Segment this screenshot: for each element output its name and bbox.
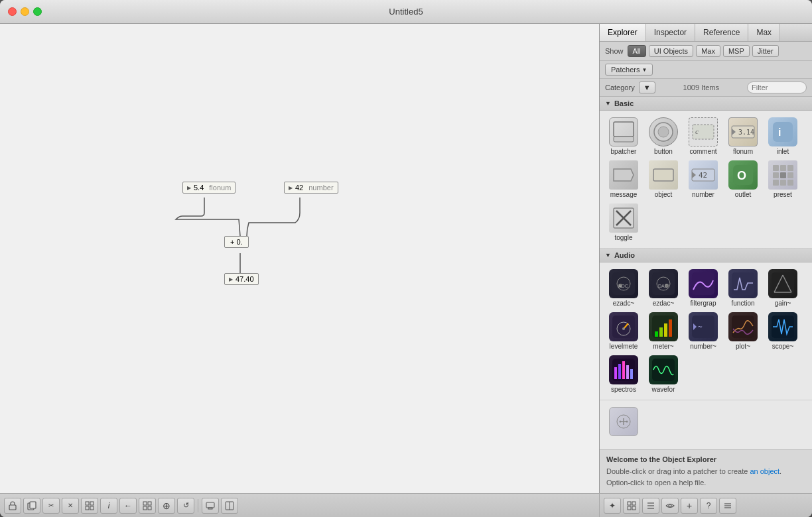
number-icon: 42: [689, 160, 718, 190]
object-scope[interactable]: scope~: [764, 311, 801, 351]
minimize-button[interactable]: [21, 7, 29, 16]
objects-list[interactable]: ▼ Basic bpatcher: [600, 97, 812, 449]
delete-button[interactable]: ✕: [62, 498, 79, 514]
show-bar: Show All UI Objects Max MSP Jitter: [600, 42, 812, 61]
info-button[interactable]: i: [100, 498, 117, 514]
plus-object[interactable]: + 0.: [224, 236, 249, 248]
plot-name: plot~: [736, 343, 750, 350]
canvas-area[interactable]: ▶ 5.4 flonum ▶ 42 number + 0. ▶ 47.40: [0, 24, 600, 493]
menu-icon: [723, 501, 732, 510]
inlet-svg: i: [770, 119, 795, 144]
tab-max[interactable]: Max: [748, 24, 780, 41]
numbertilde-name: number~: [690, 343, 716, 350]
svg-rect-73: [90, 502, 94, 505]
object-extra[interactable]: [605, 406, 642, 439]
close-button[interactable]: [8, 7, 17, 16]
object-numbertilde[interactable]: ~ number~: [685, 311, 722, 351]
copy-button[interactable]: [23, 498, 40, 514]
object-plot[interactable]: plot~: [724, 311, 762, 351]
list-button[interactable]: [642, 498, 659, 514]
maximize-button[interactable]: [33, 7, 42, 16]
svg-rect-61: [626, 365, 629, 379]
outlet-icon: O: [728, 160, 758, 190]
category-label: Category: [605, 84, 635, 91]
svg-text:ADC: ADC: [618, 284, 628, 288]
show-btn-jitter[interactable]: Jitter: [752, 45, 779, 57]
show-btn-all[interactable]: All: [628, 45, 646, 57]
object-number[interactable]: 42 number: [685, 159, 722, 200]
flonum-inlet: ▶: [187, 185, 191, 191]
filtergrap-icon: [689, 269, 718, 298]
split-button[interactable]: [221, 498, 238, 514]
object-ezdac[interactable]: DAC ezdac~: [645, 268, 682, 308]
menu-button[interactable]: [719, 498, 736, 514]
object-bpatcher[interactable]: bpatcher: [605, 116, 642, 156]
patchers-button[interactable]: Patchers ▼: [605, 64, 653, 76]
lock-button[interactable]: [4, 498, 21, 514]
object-preset[interactable]: preset: [764, 159, 801, 200]
basic-header[interactable]: ▼ Basic: [600, 97, 812, 111]
audio-header[interactable]: ▼ Audio: [600, 249, 812, 262]
svg-text:DAC: DAC: [658, 284, 668, 288]
svg-rect-78: [143, 506, 147, 510]
object-button[interactable]: button: [645, 116, 682, 156]
object-object[interactable]: object: [645, 159, 682, 200]
object-filtergrap[interactable]: filtergrap: [685, 268, 722, 308]
tab-inspector[interactable]: Inspector: [646, 24, 695, 41]
grid2-button[interactable]: [623, 498, 640, 514]
svg-rect-43: [612, 316, 635, 338]
object-flonum[interactable]: 3.14 flonum: [724, 116, 762, 156]
add-button[interactable]: ⊕: [158, 498, 175, 514]
result-object[interactable]: ▶ 47.40: [224, 273, 259, 285]
show-btn-msp[interactable]: MSP: [723, 45, 750, 57]
svg-point-68: [626, 421, 628, 423]
object-message[interactable]: message: [605, 159, 642, 200]
plot-svg: [730, 314, 756, 339]
star-button[interactable]: ✦: [604, 498, 621, 514]
flonum-object[interactable]: ▶ 5.4 flonum: [182, 182, 236, 194]
flonum-svg: 3.14: [730, 119, 756, 144]
flonum-label: flonum: [209, 184, 231, 192]
undo-button[interactable]: ↺: [177, 498, 194, 514]
object-gain[interactable]: gain~: [764, 268, 801, 308]
meter-name: meter~: [653, 343, 673, 350]
object-wavefor[interactable]: wavefor: [645, 354, 682, 394]
object-toggle[interactable]: toggle: [605, 202, 642, 243]
present-button[interactable]: [202, 498, 219, 514]
toolbar-left: ✂ ✕ i ← ⊕ ↺: [0, 494, 600, 517]
cut-button[interactable]: ✂: [42, 498, 60, 514]
object-function[interactable]: function: [724, 268, 762, 308]
grid-button[interactable]: [81, 498, 98, 514]
gain-icon: [768, 269, 797, 298]
object-comment[interactable]: c comment: [685, 116, 722, 156]
back-button[interactable]: ←: [119, 498, 137, 514]
eye-button[interactable]: [661, 498, 679, 514]
flonum-icon: 3.14: [728, 117, 758, 146]
sep1: [198, 499, 198, 512]
tab-explorer[interactable]: Explorer: [600, 24, 646, 41]
basic-section: ▼ Basic bpatcher: [600, 97, 812, 249]
object-levelmete[interactable]: levelmete: [605, 311, 642, 351]
scope-icon: [768, 312, 797, 341]
show-btn-max[interactable]: Max: [696, 45, 720, 57]
svg-rect-58: [614, 367, 617, 379]
object-ezadc[interactable]: ADC ezadc~: [605, 268, 642, 308]
ezdac-svg: DAC: [651, 271, 676, 296]
help-button[interactable]: ?: [700, 498, 717, 514]
category-bar: Category ▼ 1009 Items: [600, 79, 812, 97]
object-meter[interactable]: meter~: [645, 311, 682, 351]
object-outlet[interactable]: O outlet: [724, 159, 762, 200]
plus-button[interactable]: +: [681, 498, 698, 514]
svg-rect-86: [628, 506, 631, 510]
show-btn-ui[interactable]: UI Objects: [649, 45, 693, 57]
welcome-title: Welcome to the Object Explorer: [606, 455, 805, 463]
number-svg: 42: [691, 162, 716, 188]
object-spectros[interactable]: spectros: [605, 354, 642, 394]
number-object[interactable]: ▶ 42 number: [284, 182, 338, 194]
svg-rect-21: [780, 172, 786, 178]
filter-input[interactable]: [747, 82, 807, 93]
tab-reference[interactable]: Reference: [695, 24, 748, 41]
object-inlet[interactable]: i inlet: [764, 116, 801, 156]
layout-button[interactable]: [139, 498, 156, 514]
category-button[interactable]: ▼: [639, 82, 655, 93]
